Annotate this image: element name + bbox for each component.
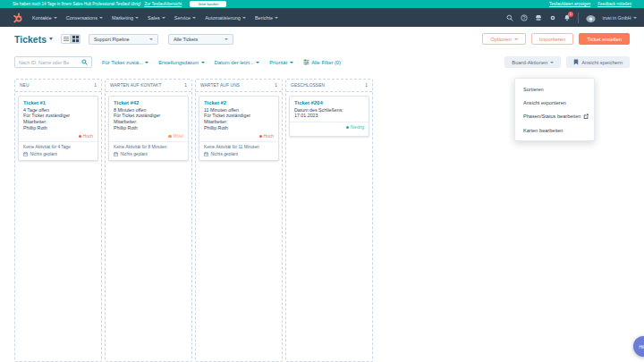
menu-item-karten-bearbeiten[interactable]: Karten bearbeiten bbox=[515, 123, 594, 137]
saved-view-select[interactable]: Alle Tickets bbox=[168, 34, 233, 45]
ticket-age: 4 Tage offen bbox=[23, 107, 93, 114]
planned-label: Nichts geplant bbox=[30, 152, 57, 156]
help-icon[interactable] bbox=[521, 14, 528, 21]
trial-data-link[interactable]: Testlaufdaten anzeigen bbox=[549, 2, 590, 6]
trial-overview-link[interactable]: Zur Testlaufübersicht bbox=[145, 2, 182, 6]
column-body: Ticket #2 11 Minuten offen Für Ticket zu… bbox=[196, 92, 282, 164]
pipeline-select[interactable]: Support Pipeline bbox=[89, 34, 158, 45]
chevron-down-icon bbox=[290, 62, 293, 63]
activity-status: Keine Aktivität für 4 Tage bbox=[23, 145, 93, 150]
priority-label: Hoch bbox=[83, 134, 93, 139]
ticket-card[interactable]: Ticket #1 4 Tage offen Für Ticket zustän… bbox=[18, 96, 98, 161]
calendar-icon bbox=[114, 152, 118, 156]
card-footer: Keine Aktivität für 8 Minuten Nichts gep… bbox=[114, 142, 183, 160]
column-name: WARTEN AUF KONTAKT bbox=[110, 83, 162, 88]
ticket-title-link[interactable]: Ticket #2 bbox=[204, 100, 274, 107]
nav-item-marketing[interactable]: Marketing bbox=[107, 8, 143, 27]
planned-label: Nichts geplant bbox=[121, 152, 148, 156]
chevron-down-icon bbox=[242, 17, 246, 19]
nav-item-berichte[interactable]: Berichte bbox=[250, 8, 283, 27]
ticket-title-link[interactable]: Ticket #42 bbox=[114, 100, 183, 107]
options-button[interactable]: Optionen bbox=[482, 33, 526, 45]
page-title-dropdown[interactable]: Tickets bbox=[14, 34, 53, 45]
planned-row: Nichts geplant bbox=[204, 152, 274, 156]
activity-status: Keine Aktivität für 8 Minuten bbox=[114, 145, 183, 150]
priority-badge: Hoch bbox=[23, 131, 93, 141]
planned-label: Nichts geplant bbox=[211, 152, 238, 156]
priority-label: Niedrig bbox=[351, 125, 364, 130]
column-header: WARTET AUF UNS 1 bbox=[196, 80, 282, 92]
all-filters-button[interactable]: Alle Filter (0) bbox=[303, 59, 341, 66]
trial-banner-links: Testlaufdaten anzeigen Feedback mitteile… bbox=[549, 2, 631, 6]
priority-label: Mittel bbox=[174, 134, 183, 139]
chevron-down-icon bbox=[162, 17, 165, 19]
list-view-button[interactable] bbox=[61, 34, 71, 44]
ticket-card[interactable]: Ticket #42 8 Minuten offen Für Ticket zu… bbox=[108, 96, 189, 161]
nav-item-automatisierung[interactable]: Automatisierung bbox=[200, 8, 250, 27]
account-switcher[interactable]: trust in GmbH bbox=[603, 15, 638, 21]
search-icon[interactable] bbox=[506, 14, 513, 21]
buy-now-button[interactable]: Jetzt kaufen bbox=[190, 1, 226, 7]
toolbar-actions: Optionen Importieren Ticket erstellen bbox=[482, 33, 630, 45]
nav-item-conversations[interactable]: Conversations bbox=[62, 8, 107, 27]
user-avatar[interactable] bbox=[586, 13, 596, 22]
marketplace-icon[interactable] bbox=[535, 14, 542, 21]
board-actions-menu: Sortieren Ansicht exportieren Phasen/Sta… bbox=[514, 78, 595, 141]
feedback-link[interactable]: Feedback mitteilen bbox=[597, 2, 631, 6]
ticket-card[interactable]: Ticket #2 11 Minuten offen Für Ticket zu… bbox=[199, 96, 279, 161]
column-count: 1 bbox=[94, 83, 97, 88]
owner-label: Für Ticket zuständiger Mitarbeiter: bbox=[114, 113, 183, 125]
menu-item-phasen-status-bearbeiten[interactable]: Phasen/Status bearbeiten bbox=[515, 109, 594, 123]
filter-priority[interactable]: Priorität bbox=[269, 60, 292, 65]
board-column-warten-auf-kontakt: WARTEN AUF KONTAKT 1 Ticket #42 8 Minute… bbox=[105, 79, 192, 362]
search-box bbox=[14, 56, 92, 68]
navbar-right: 1 trust in GmbH bbox=[506, 13, 638, 23]
search-input[interactable] bbox=[19, 60, 80, 65]
priority-dot bbox=[168, 135, 171, 138]
priority-dot bbox=[259, 135, 262, 138]
nav-item-kontakte[interactable]: Kontakte bbox=[28, 8, 62, 27]
chevron-down-icon bbox=[135, 17, 139, 19]
list-icon bbox=[64, 37, 69, 41]
save-view-button[interactable]: Ansicht speichern bbox=[566, 56, 630, 68]
chevron-down-icon bbox=[49, 38, 53, 40]
chevron-down-icon bbox=[633, 17, 637, 19]
nav-item-service[interactable]: Service bbox=[170, 8, 200, 27]
chevron-down-icon bbox=[54, 17, 57, 19]
chevron-down-icon bbox=[275, 17, 278, 19]
board-column-wartet-auf-uns: WARTET AUF UNS 1 Ticket #2 11 Minuten of… bbox=[195, 79, 283, 362]
board-actions-button[interactable]: Board-Aktionen bbox=[504, 56, 561, 68]
ticket-card[interactable]: Ticket #204 Datum des Schließens: 17.01.… bbox=[289, 96, 369, 137]
search-icon[interactable] bbox=[81, 59, 88, 65]
column-body: Ticket #204 Datum des Schließens: 17.01.… bbox=[286, 92, 372, 140]
column-header: WARTEN AUF KONTAKT 1 bbox=[106, 80, 191, 92]
ticket-title-link[interactable]: Ticket #204 bbox=[294, 100, 364, 107]
nav-item-sales[interactable]: Sales bbox=[143, 8, 170, 27]
filter-create-date[interactable]: Erstellungsdatum bbox=[158, 60, 204, 65]
column-name: NEU bbox=[20, 83, 30, 88]
ticket-title-link[interactable]: Ticket #1 bbox=[23, 100, 93, 107]
hubspot-sprocket-logo[interactable] bbox=[13, 13, 23, 23]
menu-item-sortieren[interactable]: Sortieren bbox=[515, 82, 594, 96]
chevron-down-icon bbox=[550, 62, 554, 63]
menu-item-ansicht-exportieren[interactable]: Ansicht exportieren bbox=[515, 96, 594, 109]
notifications-bell-icon[interactable]: 1 bbox=[564, 14, 571, 21]
chevron-down-icon bbox=[225, 38, 228, 40]
column-count: 1 bbox=[365, 83, 368, 88]
import-button[interactable]: Importieren bbox=[531, 33, 573, 45]
board-column-geschlossen: GESCHLOSSEN 1 Ticket #204 Datum des Schl… bbox=[285, 79, 373, 362]
filter-last-activity-date[interactable]: Datum der letzt... bbox=[215, 60, 260, 65]
calendar-icon bbox=[204, 152, 208, 156]
column-name: WARTET AUF UNS bbox=[200, 83, 240, 88]
owner-name: Phillip Roth bbox=[204, 125, 274, 131]
ticket-age: 8 Minuten offen bbox=[114, 107, 183, 114]
ticket-age: 11 Minuten offen bbox=[204, 107, 274, 114]
filter-ticket-owner[interactable]: Für Ticket zustä... bbox=[102, 60, 148, 65]
page-toolbar: Tickets Support Pipeline Alle Tickets Op… bbox=[0, 27, 644, 51]
create-ticket-button[interactable]: Ticket erstellen bbox=[579, 33, 630, 45]
board-grid-icon bbox=[72, 36, 79, 42]
board-view-button[interactable] bbox=[71, 34, 80, 44]
account-name: trust in GmbH bbox=[603, 15, 631, 21]
filter-bar: Für Ticket zustä... Erstellungsdatum Dat… bbox=[0, 51, 644, 77]
settings-gear-icon[interactable] bbox=[549, 14, 556, 21]
